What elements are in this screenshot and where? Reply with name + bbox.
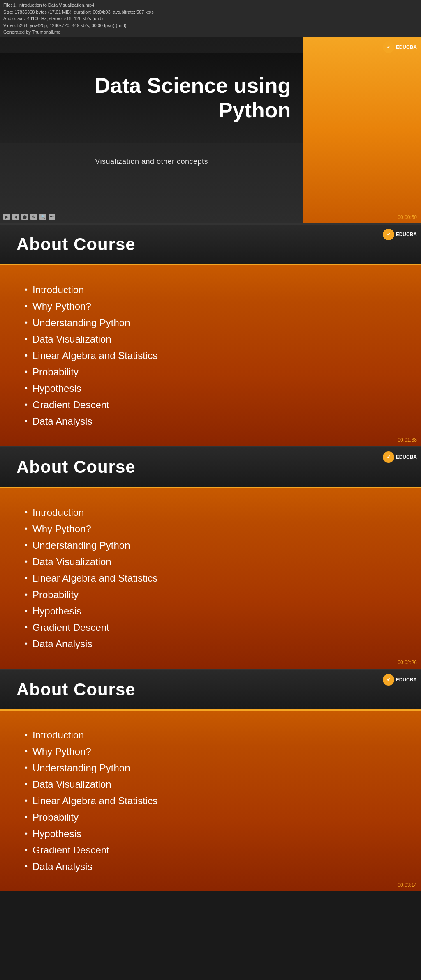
list-item: Understanding Python — [25, 537, 405, 554]
educba-logo-icon: ✔ — [383, 41, 394, 53]
educba-logo-3: ✔ EDUCBA — [383, 451, 417, 463]
timestamp-4: 00:03:14 — [398, 882, 417, 888]
meta-size: Size: 17836368 bytes (17.01 MiB), durati… — [3, 9, 418, 16]
course-list-2: Introduction Why Python? Understanding P… — [25, 504, 405, 652]
about-frame-2: ✔ EDUCBA About Course Introduction Why P… — [0, 447, 421, 669]
video-controls[interactable]: ▶ ◀ ⬤ ⚙ 🔍 ••• — [3, 214, 55, 220]
list-item: Linear Algebra and Statistics — [25, 793, 405, 809]
timestamp-3: 00:02:26 — [398, 660, 417, 665]
list-item: Data Visualization — [25, 331, 405, 347]
educba-brand-name-4: EDUCBA — [396, 677, 417, 683]
about-title-3: About Course — [16, 680, 405, 699]
record-button[interactable]: ⬤ — [21, 214, 28, 220]
title-subtitle: Visualization and other concepts — [0, 157, 303, 166]
about-header-2: About Course — [0, 447, 421, 488]
educba-logo-2: ✔ EDUCBA — [383, 229, 417, 240]
more-button[interactable]: ••• — [49, 214, 55, 220]
list-item: Gradient Descent — [25, 842, 405, 858]
list-item: Introduction — [25, 504, 405, 521]
list-item: Gradient Descent — [25, 619, 405, 636]
educba-logo-icon-2: ✔ — [383, 229, 394, 240]
list-item: Hypothesis — [25, 603, 405, 619]
educba-logo-icon-4: ✔ — [383, 674, 394, 686]
title-line2: Python — [218, 98, 291, 122]
meta-generated: Generated by Thumbnail.me — [3, 29, 418, 36]
course-list-3: Introduction Why Python? Understanding P… — [25, 727, 405, 875]
about-title-2: About Course — [16, 457, 405, 477]
about-body-1: Introduction Why Python? Understanding P… — [0, 265, 421, 446]
list-item: Data Analysis — [25, 636, 405, 652]
educba-logo-icon-3: ✔ — [383, 451, 394, 463]
list-item: Understanding Python — [25, 760, 405, 776]
list-item: Probability — [25, 364, 405, 380]
title-main-text: Data Science using Python — [95, 74, 291, 123]
list-item: Data Visualization — [25, 554, 405, 570]
about-title-1: About Course — [16, 235, 405, 254]
about-header-1: About Course — [0, 225, 421, 265]
timestamp-2: 00:01:38 — [398, 437, 417, 443]
list-item: Linear Algebra and Statistics — [25, 347, 405, 364]
list-item: Hypothesis — [25, 380, 405, 397]
list-item: Why Python? — [25, 743, 405, 760]
list-item: Why Python? — [25, 521, 405, 537]
about-body-2: Introduction Why Python? Understanding P… — [0, 488, 421, 669]
about-frame-1: ✔ EDUCBA About Course Introduction Why P… — [0, 225, 421, 446]
educba-logo-4: ✔ EDUCBA — [383, 674, 417, 686]
meta-video: Video: h264, yuv420p, 1280x720, 449 kb/s… — [3, 22, 418, 29]
list-item: Data Visualization — [25, 776, 405, 793]
educba-brand-name-3: EDUCBA — [396, 454, 417, 460]
about-header-3: About Course — [0, 670, 421, 711]
list-item: Linear Algebra and Statistics — [25, 570, 405, 587]
title-line1: Data Science using — [95, 74, 291, 97]
timestamp-1: 00:00:50 — [398, 214, 417, 220]
educba-brand-name: EDUCBA — [396, 44, 417, 50]
course-list-1: Introduction Why Python? Understanding P… — [25, 282, 405, 430]
about-frame-3: ✔ EDUCBA About Course Introduction Why P… — [0, 670, 421, 891]
list-item: Probability — [25, 587, 405, 603]
meta-bar: File: 1. Introduction to Data Visualizat… — [0, 0, 421, 37]
list-item: Data Analysis — [25, 413, 405, 430]
settings-button[interactable]: ⚙ — [30, 214, 37, 220]
educba-logo: ✔ EDUCBA — [383, 41, 417, 53]
list-item: Hypothesis — [25, 826, 405, 842]
list-item: Probability — [25, 809, 405, 826]
about-body-3: Introduction Why Python? Understanding P… — [0, 711, 421, 891]
educba-brand-name-2: EDUCBA — [396, 232, 417, 237]
title-orange-box — [303, 37, 421, 223]
zoom-button[interactable]: 🔍 — [39, 214, 46, 220]
play-button[interactable]: ▶ — [3, 214, 10, 220]
title-frame: Data Science using Python Visualization … — [0, 37, 421, 223]
list-item: Introduction — [25, 282, 405, 298]
title-text-box: Data Science using Python — [0, 53, 303, 143]
rewind-button[interactable]: ◀ — [12, 214, 19, 220]
list-item: Why Python? — [25, 298, 405, 315]
list-item: Understanding Python — [25, 315, 405, 331]
meta-file: File: 1. Introduction to Data Visualizat… — [3, 2, 418, 9]
meta-audio: Audio: aac, 44100 Hz, stereo, s16, 128 k… — [3, 15, 418, 22]
list-item: Gradient Descent — [25, 397, 405, 413]
list-item: Introduction — [25, 727, 405, 743]
list-item: Data Analysis — [25, 858, 405, 875]
